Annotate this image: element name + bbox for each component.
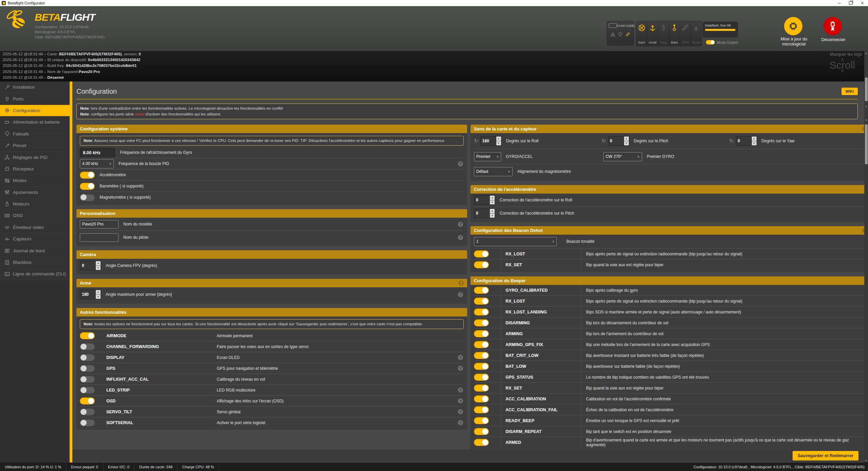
- firmware-flasher-button[interactable]: [784, 17, 802, 35]
- sidebar-item-blackbox[interactable]: Blackbox: [0, 257, 70, 268]
- restore-button[interactable]: [845, 0, 856, 6]
- sidebar-item-capteurs[interactable]: Capteurs: [0, 233, 70, 245]
- vertical-scrollbar[interactable]: ▲ ▼ ▲ ▼: [864, 51, 868, 463]
- pid-frequency-select[interactable]: 4.00 kHz∨: [80, 159, 114, 168]
- beeper-toggle[interactable]: [474, 352, 489, 359]
- spinner[interactable]: ▲▼: [624, 137, 629, 145]
- pitch-degrees-input[interactable]: 0▲▼: [608, 136, 629, 146]
- beacon-toggle[interactable]: [474, 261, 489, 268]
- help-icon[interactable]: ?: [458, 409, 463, 414]
- beeper-toggle[interactable]: [474, 406, 489, 413]
- sidebar-item-osd[interactable]: OSDOSD: [0, 210, 70, 221]
- beeper-toggle[interactable]: [474, 363, 489, 370]
- feature-toggle[interactable]: [80, 419, 95, 426]
- sidebar-item-journal-de-bord[interactable]: Journal de bord: [0, 245, 70, 256]
- sidebar-item-label: Émetteur vidéo: [13, 225, 44, 230]
- help-icon[interactable]: ?: [458, 161, 463, 166]
- help-icon[interactable]: ?: [458, 366, 463, 371]
- acc-trim-input[interactable]: 0▲▼: [474, 195, 495, 205]
- spinner[interactable]: ▲▼: [96, 290, 101, 299]
- camera-angle-input[interactable]: 0 ▲▼: [80, 261, 101, 270]
- feature-toggle[interactable]: [80, 332, 95, 339]
- beeper-toggle[interactable]: [474, 374, 489, 381]
- beeper-toggle[interactable]: [474, 439, 489, 446]
- mag-alignment-select[interactable]: Défaut∨: [474, 167, 513, 176]
- beeper-toggle[interactable]: [474, 428, 489, 435]
- system-toggle[interactable]: [80, 171, 95, 179]
- system-toggle[interactable]: [80, 183, 95, 190]
- sidebar-item-failsafe[interactable]: Failsafe: [0, 128, 70, 140]
- help-icon[interactable]: ?: [458, 355, 463, 360]
- feature-toggle[interactable]: [80, 397, 95, 404]
- feature-toggle[interactable]: [80, 408, 95, 415]
- feature-toggle[interactable]: [80, 354, 95, 361]
- scrollbar-up-arrow[interactable]: ▲: [864, 51, 868, 55]
- spinner[interactable]: ▲▼: [96, 261, 101, 270]
- sidebar-item-modes[interactable]: Modes: [0, 175, 70, 186]
- spinner[interactable]: ▲▼: [490, 196, 495, 204]
- sidebar-item-r-glages-de-pid[interactable]: Réglages de PID: [0, 151, 70, 163]
- help-icon[interactable]: ?: [458, 398, 463, 403]
- feature-description: Ecran OLED: [217, 355, 240, 360]
- minimize-button[interactable]: [833, 0, 845, 6]
- beeper-toggle[interactable]: [474, 308, 489, 315]
- scrollbar-thumb[interactable]: [865, 77, 868, 101]
- sidebar-item-r-cepteur[interactable]: Récepteur: [0, 163, 70, 175]
- beeper-toggle[interactable]: [474, 287, 489, 294]
- sidebar-item-ajustements[interactable]: Ajustements: [0, 187, 70, 198]
- beacon-toggle[interactable]: [474, 250, 489, 257]
- beeper-row-armed: ARMEDBip d'avertissement quand la carte …: [474, 437, 867, 448]
- help-icon[interactable]: ?: [458, 292, 463, 297]
- help-icon[interactable]: ?: [458, 387, 463, 393]
- sidebar-item-moteurs[interactable]: Moteurs: [0, 198, 70, 210]
- spinner[interactable]: ▲▼: [496, 137, 501, 145]
- scrollbar-up-arrow[interactable]: ▲: [864, 117, 868, 122]
- beeper-toggle[interactable]: [474, 384, 489, 392]
- close-button[interactable]: ✕: [856, 0, 868, 6]
- beeper-toggle[interactable]: [474, 330, 489, 337]
- sidebar-item-configuration[interactable]: Configuration: [0, 105, 70, 116]
- sidebar-item-installation[interactable]: Installation: [0, 81, 70, 93]
- arming-angle-input[interactable]: 180 ▲▼: [80, 290, 101, 299]
- sensor-label: GPS: [682, 40, 689, 44]
- roll-degrees-input[interactable]: 180▲▼: [480, 136, 501, 146]
- yaw-degrees-input[interactable]: 0▲▼: [736, 136, 757, 146]
- wiki-button[interactable]: WIKI: [842, 88, 858, 95]
- system-toggle[interactable]: [80, 194, 95, 201]
- scrollbar-down-arrow[interactable]: ▼: [864, 458, 868, 463]
- spinner[interactable]: ▲▼: [490, 209, 495, 218]
- beeper-toggle[interactable]: [474, 395, 489, 402]
- feature-toggle[interactable]: [80, 386, 95, 394]
- sidebar-item--metteur-vid-o[interactable]: Émetteur vidéo: [0, 222, 70, 233]
- sidebar-item-ligne-de-commande-cli-[interactable]: Ligne de commande (CLI): [0, 268, 70, 280]
- scrollbar-thumb[interactable]: [865, 124, 868, 164]
- sidebar-item-ports[interactable]: Ports: [0, 93, 70, 105]
- beacon-tone-select[interactable]: 1∨: [474, 237, 557, 246]
- acc-trim-input[interactable]: 0▲▼: [474, 209, 495, 218]
- gyro-accel-select[interactable]: Premier∨: [474, 152, 501, 161]
- log-scroll-control[interactable]: ∧ Scroll ∨: [830, 57, 855, 73]
- scrollbar-down-arrow[interactable]: ▼: [864, 105, 868, 109]
- help-icon[interactable]: ?: [458, 222, 463, 227]
- spinner[interactable]: ▲▼: [752, 137, 757, 145]
- disconnect-button[interactable]: [823, 17, 842, 35]
- sidebar-item-alimentation-et-batterie[interactable]: Alimentation et batterie: [0, 116, 70, 128]
- beeper-toggle[interactable]: [474, 417, 489, 424]
- feature-toggle[interactable]: [80, 376, 95, 383]
- feature-description: GPS pour navigation et télémétrie: [217, 366, 278, 371]
- beeper-toggle[interactable]: [474, 319, 489, 326]
- sidebar-item-preset[interactable]: Preset: [0, 140, 70, 151]
- feature-toggle[interactable]: [80, 365, 95, 372]
- beeper-toggle[interactable]: [474, 341, 489, 348]
- beeper-toggle[interactable]: [474, 297, 489, 305]
- model-name-input[interactable]: [80, 220, 119, 229]
- help-icon[interactable]: ?: [458, 235, 463, 240]
- feature-toggle[interactable]: [80, 343, 95, 350]
- hide-logs-link[interactable]: Masquer les logs: [830, 52, 862, 57]
- save-and-reboot-button[interactable]: Sauvegarder et Redémarrer: [793, 451, 858, 460]
- help-icon[interactable]: ?: [458, 420, 463, 425]
- pilot-name-input[interactable]: [80, 233, 119, 242]
- help-icon[interactable]: ?: [459, 280, 464, 286]
- expert-mode-toggle[interactable]: [706, 40, 715, 44]
- first-gyro-select[interactable]: CW 270°∨: [603, 152, 642, 161]
